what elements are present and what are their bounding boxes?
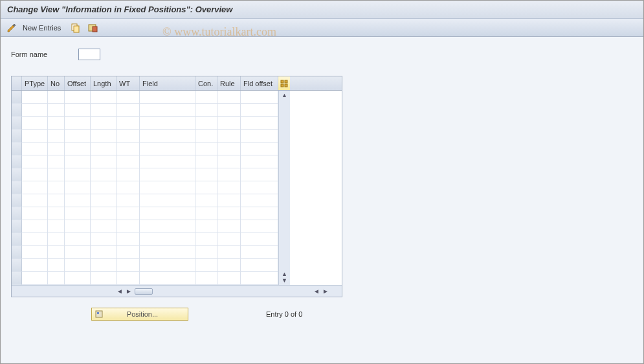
row-selector[interactable] [12,194,22,207]
column-header-offset[interactable]: Offset [65,76,91,90]
table-row[interactable] [12,155,278,168]
table-row[interactable] [12,142,278,155]
cell-field[interactable] [140,194,195,207]
row-selector[interactable] [12,117,22,130]
cell-con[interactable] [195,181,217,194]
cell-field[interactable] [140,246,195,259]
row-selector[interactable] [12,104,22,117]
cell-no[interactable] [48,207,65,220]
cell-rule[interactable] [217,233,241,246]
row-selector[interactable] [12,220,22,233]
cell-con[interactable] [195,246,217,259]
column-header-lngth[interactable]: Lngth [91,76,117,90]
cell-ptype[interactable] [22,130,48,142]
table-row[interactable] [12,181,278,194]
cell-fldoff[interactable] [241,142,278,155]
cell-lngth[interactable] [91,168,117,181]
cell-fldoff[interactable] [241,91,278,104]
toggle-edit-icon[interactable] [6,22,17,34]
cell-wt[interactable] [117,155,140,168]
cell-wt[interactable] [117,194,140,207]
scroll-up-icon[interactable]: ▲ [282,92,287,98]
cell-offset[interactable] [65,168,91,181]
form-name-input[interactable] [78,49,100,60]
cell-field[interactable] [140,181,195,194]
cell-con[interactable] [195,168,217,181]
cell-rule[interactable] [217,272,241,285]
cell-wt[interactable] [117,117,140,130]
cell-fldoff[interactable] [241,259,278,272]
cell-field[interactable] [140,233,195,246]
cell-wt[interactable] [117,272,140,285]
column-header-wt[interactable]: WT [117,76,140,90]
cell-lngth[interactable] [91,130,117,142]
cell-field[interactable] [140,130,195,142]
cell-wt[interactable] [117,168,140,181]
table-row[interactable] [12,168,278,181]
cell-offset[interactable] [65,207,91,220]
cell-wt[interactable] [117,233,140,246]
row-selector[interactable] [12,130,22,142]
row-selector[interactable] [12,155,22,168]
cell-con[interactable] [195,233,217,246]
cell-rule[interactable] [217,168,241,181]
column-header-no[interactable]: No [48,76,65,90]
cell-ptype[interactable] [22,220,48,233]
cell-con[interactable] [195,104,217,117]
table-row[interactable] [12,259,278,272]
position-button[interactable]: Position... [91,308,188,321]
cell-ptype[interactable] [22,246,48,259]
new-entries-button[interactable]: New Entries [23,24,61,32]
cell-field[interactable] [140,91,195,104]
cell-fldoff[interactable] [241,168,278,181]
cell-rule[interactable] [217,117,241,130]
cell-wt[interactable] [117,220,140,233]
cell-offset[interactable] [65,117,91,130]
cell-ptype[interactable] [22,168,48,181]
cell-rule[interactable] [217,130,241,142]
cell-no[interactable] [48,272,65,285]
cell-lngth[interactable] [91,246,117,259]
cell-lngth[interactable] [91,194,117,207]
cell-rule[interactable] [217,194,241,207]
cell-wt[interactable] [117,104,140,117]
cell-lngth[interactable] [91,91,117,104]
cell-fldoff[interactable] [241,104,278,117]
cell-ptype[interactable] [22,207,48,220]
table-row[interactable] [12,233,278,246]
cell-no[interactable] [48,91,65,104]
cell-offset[interactable] [65,142,91,155]
cell-field[interactable] [140,155,195,168]
cell-lngth[interactable] [91,181,117,194]
table-row[interactable] [12,130,278,142]
cell-con[interactable] [195,259,217,272]
cell-lngth[interactable] [91,259,117,272]
cell-offset[interactable] [65,104,91,117]
cell-fldoff[interactable] [241,194,278,207]
cell-con[interactable] [195,194,217,207]
scroll-right-icon[interactable]: ► [124,288,133,295]
cell-con[interactable] [195,272,217,285]
cell-wt[interactable] [117,207,140,220]
cell-rule[interactable] [217,142,241,155]
cell-con[interactable] [195,117,217,130]
cell-offset[interactable] [65,130,91,142]
table-row[interactable] [12,117,278,130]
horizontal-scrollbar[interactable]: ◄ ► ◄ ► [12,285,342,297]
cell-fldoff[interactable] [241,220,278,233]
table-row[interactable] [12,104,278,117]
cell-lngth[interactable] [91,233,117,246]
column-header-con[interactable]: Con. [195,76,217,90]
cell-offset[interactable] [65,220,91,233]
cell-con[interactable] [195,142,217,155]
cell-field[interactable] [140,207,195,220]
cell-con[interactable] [195,91,217,104]
cell-ptype[interactable] [22,233,48,246]
cell-rule[interactable] [217,91,241,104]
cell-field[interactable] [140,142,195,155]
cell-lngth[interactable] [91,220,117,233]
cell-fldoff[interactable] [241,181,278,194]
cell-no[interactable] [48,220,65,233]
cell-field[interactable] [140,220,195,233]
scroll-down-icon[interactable]: ▲ [282,271,287,277]
